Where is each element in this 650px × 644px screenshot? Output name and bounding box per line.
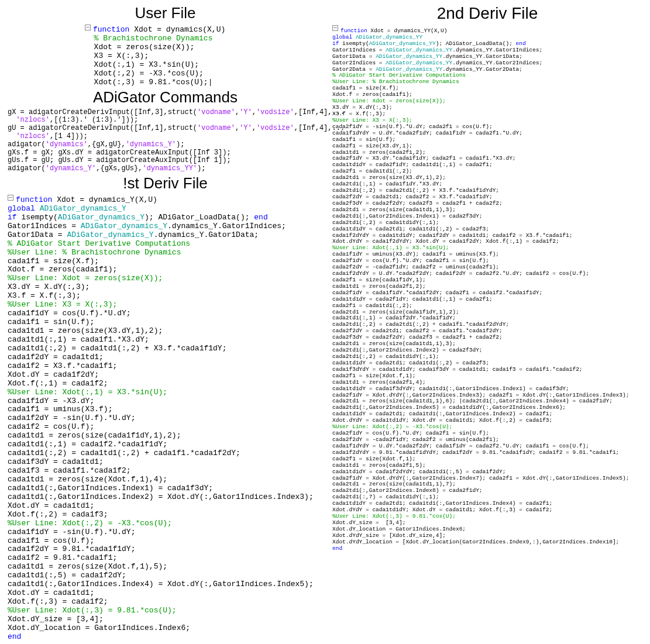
adigator-commands-heading: ADiGator Commands (3, 88, 328, 106)
left-column: User File function Xdot = dynamics(X,U) … (3, 3, 328, 642)
right-column: 2nd Deriv File function Xdot = dynamics_… (328, 3, 647, 642)
layout-container: User File function Xdot = dynamics(X,U) … (3, 3, 647, 642)
user-file-code: function Xdot = dynamics(X,U) % Brachist… (85, 25, 328, 87)
first-deriv-heading: !st Deriv File (3, 174, 328, 192)
second-deriv-heading: 2nd Deriv File (328, 4, 647, 23)
first-deriv-code: function Xdot = dynamics_Y(X,U) global A… (8, 195, 328, 642)
adigator-commands-code: gX = adigatorCreateDerivInput([Inf,3],st… (8, 109, 328, 173)
second-deriv-code: function Xdot = dynamics_YY(X,U) global … (332, 25, 647, 552)
user-file-heading: User File (3, 4, 328, 22)
